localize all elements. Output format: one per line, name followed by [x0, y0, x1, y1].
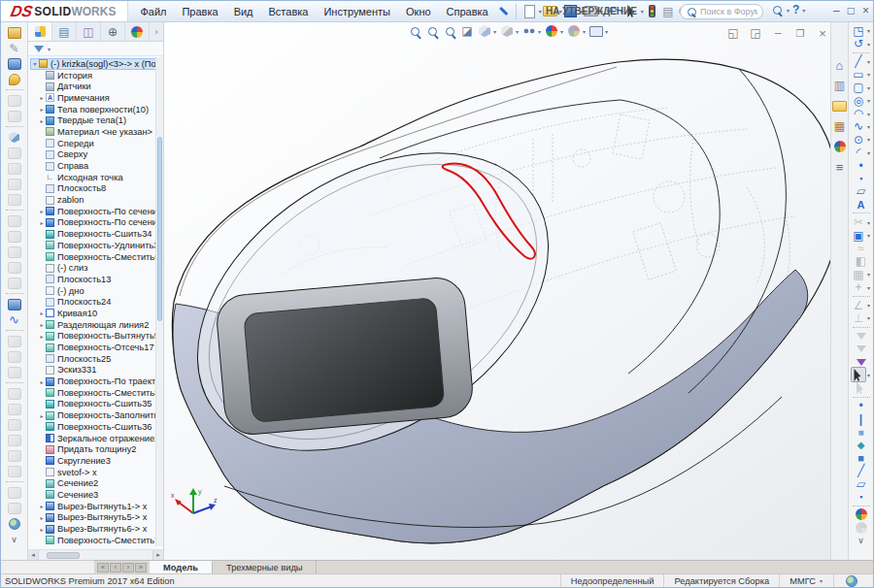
tree-item[interactable]: Скругление3	[30, 455, 156, 467]
stamp-tool-icon[interactable]	[7, 56, 22, 72]
tree-item[interactable]: Поверхность-Сместить8	[30, 387, 156, 399]
convert-entities-caret-icon[interactable]: ▾	[867, 232, 870, 239]
move-entities-tool[interactable]: ▾	[851, 280, 871, 293]
tree-item[interactable]: ▸Поверхность-По сечениям37	[30, 206, 156, 217]
menu-item-0[interactable]: Файл	[132, 3, 174, 20]
eraser-tool-tool[interactable]	[7, 41, 22, 55]
tab-dimxpertmanager[interactable]	[101, 22, 125, 41]
tree-horizontal-scrollbar[interactable]: ◂ ▸	[28, 549, 163, 560]
tree-item[interactable]: ▸Поверхность-Заполнить8	[30, 409, 156, 421]
search-button-icon[interactable]	[770, 3, 784, 16]
tree-item[interactable]: Поверхность-Отсечь17	[30, 342, 156, 353]
move-entities-icon[interactable]	[851, 279, 866, 295]
tab-nav-button-1[interactable]: ‹	[110, 563, 121, 572]
expand-icon[interactable]: ▸	[38, 117, 46, 124]
window-back-icon[interactable]	[725, 25, 741, 41]
surface-tool-tool[interactable]	[7, 417, 22, 432]
bird-tool-tool[interactable]	[7, 72, 22, 86]
surface-tool-tool[interactable]	[7, 245, 22, 259]
filter-funnel-icon[interactable]	[32, 43, 45, 55]
corner-rectangle-caret-icon[interactable]: ▾	[867, 27, 870, 34]
tree-item[interactable]: Эскиз331	[30, 365, 156, 376]
tree-item[interactable]: ▸Поверхность-По траектории	[30, 376, 156, 387]
apply-scene-caret-icon[interactable]: ▾	[583, 28, 586, 35]
expand-icon[interactable]: ▸	[38, 526, 46, 533]
surface-tool-icon[interactable]	[7, 177, 22, 192]
close-button[interactable]: ×	[862, 3, 869, 18]
tree-item[interactable]: ▸Вырез-Вытянуть5-> x	[30, 512, 156, 524]
tree-item[interactable]: Плоскость13	[30, 274, 156, 285]
expand-icon[interactable]: ▸	[38, 321, 46, 328]
surface-tool-icon[interactable]	[7, 386, 22, 402]
zoom-area-icon[interactable]	[424, 23, 440, 39]
surface-tool-tool[interactable]	[7, 485, 22, 500]
tree-item[interactable]: Поверхность-Сместить6	[30, 251, 156, 263]
surface-tool-icon[interactable]	[7, 192, 22, 208]
view-orientation-icon[interactable]	[477, 23, 492, 39]
surface-tool-tool[interactable]	[7, 146, 22, 160]
tree-item[interactable]: История	[30, 70, 156, 82]
tab-model[interactable]: Модель	[150, 561, 213, 573]
chevron-more-tool[interactable]	[7, 532, 22, 546]
surface-tool-icon[interactable]	[7, 93, 22, 109]
sketch-rectangle-caret-icon[interactable]: ▾	[867, 71, 870, 78]
sketch-ellipse-caret-icon[interactable]: ▾	[867, 136, 870, 143]
window-close-icon[interactable]	[815, 25, 830, 41]
tree-item[interactable]: ▸Поверхность-По сечениям42	[30, 217, 156, 229]
surface-tool-tool[interactable]	[7, 276, 22, 290]
window-minimize-icon[interactable]	[770, 25, 786, 41]
tree-item[interactable]: Плоскость8	[30, 183, 156, 195]
zoom-fit-tool[interactable]	[407, 23, 422, 39]
apply-scene-icon[interactable]	[566, 23, 582, 39]
tree-item[interactable]: ▸Примечания	[30, 92, 156, 104]
chevron-more-icon[interactable]	[7, 532, 22, 547]
surface-tool-tool[interactable]	[7, 260, 22, 275]
tree-item[interactable]: Плоскость24	[30, 296, 156, 308]
tree-item[interactable]: ▸Твердые тела(1)	[30, 114, 156, 126]
tree-item[interactable]: Справа	[30, 160, 156, 172]
eraser-tool-icon[interactable]	[7, 41, 22, 56]
expand-icon[interactable]: ▸	[38, 310, 46, 316]
menu-item-5[interactable]: Окно	[398, 3, 439, 20]
tree-vertical-scrollbar[interactable]	[155, 57, 163, 546]
sketch-arc-caret-icon[interactable]: ▾	[867, 111, 870, 117]
menu-item-4[interactable]: Инструменты	[316, 3, 398, 20]
tab-nav-button-0[interactable]: «	[97, 563, 109, 572]
surface-tool-tool[interactable]	[7, 448, 22, 463]
tree-item[interactable]: Исходная точка	[30, 172, 156, 183]
pin-icon[interactable]	[496, 4, 512, 19]
surface-tool-tool[interactable]	[7, 365, 22, 379]
stamp-tool-tool[interactable]	[7, 56, 22, 71]
filter-caret-icon[interactable]: ▾	[48, 46, 50, 52]
filter-points-tool[interactable]	[854, 490, 869, 503]
search-caret-icon[interactable]: ▾	[787, 7, 790, 14]
surface-tool-tool[interactable]	[7, 402, 22, 416]
surface-tool-icon[interactable]	[7, 260, 22, 276]
move-entities-caret-icon[interactable]: ▾	[867, 284, 870, 291]
zoom-previous-tool[interactable]	[442, 23, 457, 39]
menu-item-3[interactable]: Вставка	[261, 3, 317, 20]
spline-blue-tool[interactable]	[7, 312, 22, 327]
quick-snaps-icon[interactable]	[851, 310, 866, 326]
scroll-thumb[interactable]	[157, 137, 162, 321]
window-forward-tool[interactable]	[748, 25, 763, 41]
surface-tool-icon[interactable]	[7, 276, 22, 291]
quick-snaps-tool[interactable]: ▾	[851, 311, 871, 324]
search-box[interactable]: Поиск в Форуме	[680, 4, 763, 19]
graphics-viewport[interactable]: ▾▾▾▾▾▾ x y z	[164, 22, 832, 562]
connection-status[interactable]	[833, 574, 869, 587]
surface-tool-icon[interactable]	[7, 448, 22, 464]
surface-tool-icon[interactable]	[7, 146, 22, 161]
tree-item[interactable]: ▸Вырез-Вытянуть6-> x	[30, 523, 156, 535]
sketch-spline-caret-icon[interactable]: ▾	[867, 123, 870, 130]
tree-item[interactable]: Придать толщину2	[30, 443, 156, 455]
chevron-more-icon[interactable]	[854, 533, 869, 548]
surface-tool-tool[interactable]	[7, 501, 22, 515]
custom-properties-icon[interactable]	[832, 159, 848, 175]
surface-tool-tool[interactable]	[7, 109, 22, 123]
sketch-circle-caret-icon[interactable]: ▾	[867, 97, 870, 104]
tree-item[interactable]: ▸Вырез-Вытянуть1-> x	[30, 501, 156, 512]
chevron-more-tool[interactable]	[854, 534, 869, 546]
surface-tool-tool[interactable]	[7, 161, 22, 176]
sketch-text-icon[interactable]	[854, 197, 869, 212]
